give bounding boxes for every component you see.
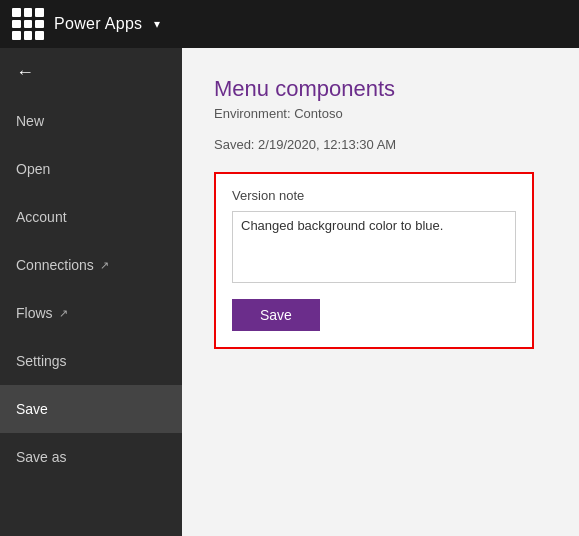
sidebar-item-label-account: Account: [16, 209, 67, 225]
sidebar-item-account[interactable]: Account: [0, 193, 182, 241]
sidebar-item-save[interactable]: Save: [0, 385, 182, 433]
sidebar-item-label-save-as: Save as: [16, 449, 67, 465]
main-content: Menu components Environment: Contoso Sav…: [182, 48, 579, 536]
page-title: Menu components: [214, 76, 547, 102]
version-box: Version note Save: [214, 172, 534, 349]
back-button[interactable]: ←: [0, 48, 182, 97]
environment-label: Environment: Contoso: [214, 106, 547, 121]
sidebar: ← New Open Account Connections ↗ Flows ↗…: [0, 48, 182, 536]
version-note-input[interactable]: [232, 211, 516, 283]
sidebar-item-save-as[interactable]: Save as: [0, 433, 182, 481]
sidebar-item-label-connections: Connections: [16, 257, 94, 273]
sidebar-item-open[interactable]: Open: [0, 145, 182, 193]
sidebar-item-label-open: Open: [16, 161, 50, 177]
sidebar-item-label-settings: Settings: [16, 353, 67, 369]
chevron-down-icon[interactable]: ▾: [154, 17, 160, 31]
external-link-icon: ↗: [100, 259, 109, 272]
top-bar: Power Apps ▾: [0, 0, 579, 48]
app-name: Power Apps: [54, 15, 142, 33]
sidebar-item-connections[interactable]: Connections ↗: [0, 241, 182, 289]
back-arrow-icon: ←: [16, 62, 34, 83]
sidebar-item-label-new: New: [16, 113, 44, 129]
external-link-icon-flows: ↗: [59, 307, 68, 320]
waffle-icon[interactable]: [12, 8, 44, 40]
sidebar-item-settings[interactable]: Settings: [0, 337, 182, 385]
saved-label: Saved: 2/19/2020, 12:13:30 AM: [214, 137, 547, 152]
sidebar-item-label-flows: Flows: [16, 305, 53, 321]
layout: ← New Open Account Connections ↗ Flows ↗…: [0, 0, 579, 536]
sidebar-item-label-save: Save: [16, 401, 48, 417]
sidebar-item-flows[interactable]: Flows ↗: [0, 289, 182, 337]
sidebar-item-new[interactable]: New: [0, 97, 182, 145]
save-button[interactable]: Save: [232, 299, 320, 331]
version-note-label: Version note: [232, 188, 516, 203]
